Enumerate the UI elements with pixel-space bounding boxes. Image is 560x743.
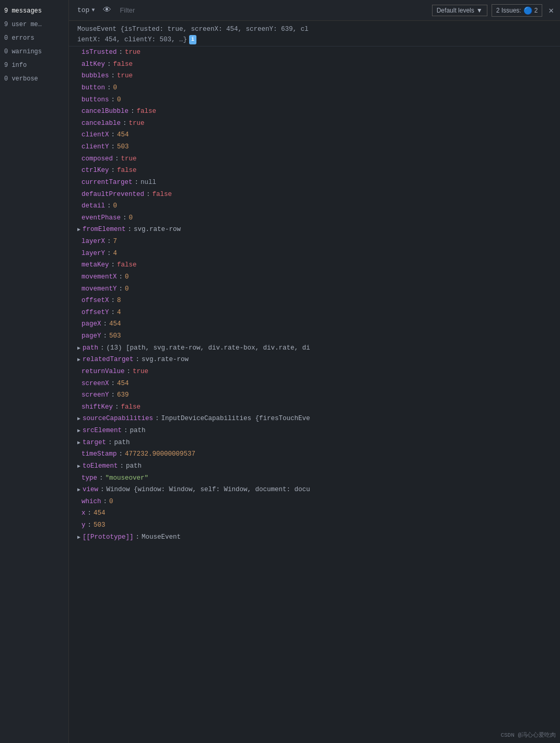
expandable-prop-line[interactable]: ▶sourceCapabilities:InputDeviceCapabilit… <box>69 413 560 425</box>
expandable-prop-line[interactable]: ▶toElement:path <box>69 460 560 472</box>
prop-line: composed:true <box>69 153 560 165</box>
prop-line: bubbles:true <box>69 70 560 82</box>
expand-triangle: ▶ <box>77 427 80 436</box>
prop-line: movementY:0 <box>69 283 560 295</box>
prop-line: screenY:639 <box>69 389 560 401</box>
properties-container: isTrusted:truealtKey:falsebubbles:truebu… <box>69 47 560 543</box>
header-text-2: ientX: 454, clientY: 503, …} <box>77 34 187 45</box>
issues-button[interactable]: 2 Issues: 🔵 2 <box>492 4 543 17</box>
sidebar-item-errors[interactable]: 0 errors <box>0 31 68 45</box>
filter-input[interactable] <box>115 6 431 14</box>
prop-line: eventPhase:0 <box>69 212 560 224</box>
sidebar-item-user-messages[interactable]: 9 user me… <box>0 18 68 31</box>
prop-line: layerY:4 <box>69 248 560 260</box>
close-button[interactable]: ✕ <box>546 5 556 16</box>
sidebar-item-info[interactable]: 9 info <box>0 59 68 72</box>
prop-line: offsetY:4 <box>69 307 560 319</box>
watermark: CSDN @冯心心爱吃肉 <box>500 731 556 739</box>
expandable-prop-line[interactable]: ▶path:(13) [path, svg.rate-row, div.rate… <box>69 342 560 354</box>
prop-line: metaKey:false <box>69 259 560 271</box>
prop-line: timeStamp:477232.90000009537 <box>69 448 560 460</box>
prop-line: isTrusted:true <box>69 47 560 59</box>
context-label: top <box>77 6 89 14</box>
prop-line: which:0 <box>69 496 560 508</box>
expandable-prop-line[interactable]: ▶view:Window {window: Window, self: Wind… <box>69 484 560 496</box>
prop-line: cancelBubble:false <box>69 106 560 118</box>
expand-triangle: ▶ <box>77 462 80 471</box>
prop-line: movementX:0 <box>69 271 560 283</box>
prop-line: returnValue:true <box>69 366 560 378</box>
prop-line: offsetX:8 <box>69 295 560 307</box>
prop-line: altKey:false <box>69 59 560 71</box>
context-dropdown-arrow: ▼ <box>91 7 95 13</box>
prop-line: shiftKey:false <box>69 401 560 413</box>
prop-line: pageY:503 <box>69 330 560 342</box>
expandable-prop-line[interactable]: ▶srcElement:path <box>69 425 560 437</box>
prop-line: defaultPrevented:false <box>69 189 560 201</box>
prop-line: clientY:503 <box>69 141 560 153</box>
expandable-prop-line[interactable]: ▶target:path <box>69 437 560 449</box>
topbar: top ▼ 👁 Default levels ▼ 2 Issues: 🔵 2 ✕ <box>69 0 560 21</box>
expandable-prop-line[interactable]: ▶[[Prototype]]:MouseEvent <box>69 531 560 543</box>
info-badge: i <box>189 35 196 44</box>
prop-line: clientX:454 <box>69 129 560 141</box>
main-area: top ▼ 👁 Default levels ▼ 2 Issues: 🔵 2 ✕… <box>69 0 560 743</box>
prop-line: button:0 <box>69 82 560 94</box>
levels-dropdown-arrow: ▼ <box>476 7 483 14</box>
prop-line: pageX:454 <box>69 318 560 330</box>
expand-triangle: ▶ <box>77 533 80 542</box>
prop-line: ctrlKey:false <box>69 165 560 177</box>
prop-line: type:"mouseover" <box>69 472 560 484</box>
prop-line: currentTarget:null <box>69 177 560 189</box>
expandable-prop-line[interactable]: ▶fromElement:svg.rate-row <box>69 224 560 236</box>
prop-line: x:454 <box>69 507 560 519</box>
sidebar-item-messages[interactable]: 9 messages <box>0 4 68 18</box>
expand-triangle: ▶ <box>77 344 80 353</box>
sidebar: 9 messages 9 user me… 0 errors 0 warning… <box>0 0 69 743</box>
eye-icon[interactable]: 👁 <box>99 5 115 15</box>
console-content: MouseEvent {isTrusted: true, screenX: 45… <box>69 21 560 743</box>
expand-triangle: ▶ <box>77 486 80 495</box>
prop-line: buttons:0 <box>69 94 560 106</box>
topbar-right: Default levels ▼ 2 Issues: 🔵 2 ✕ <box>432 4 556 17</box>
context-selector[interactable]: top ▼ <box>73 6 99 14</box>
prop-line: detail:0 <box>69 200 560 212</box>
sidebar-item-warnings[interactable]: 0 warnings <box>0 45 68 59</box>
expandable-prop-line[interactable]: ▶relatedTarget:svg.rate-row <box>69 354 560 366</box>
log-entry-header: MouseEvent {isTrusted: true, screenX: 45… <box>69 23 560 47</box>
prop-line: cancelable:true <box>69 118 560 130</box>
default-levels-button[interactable]: Default levels ▼ <box>432 5 487 16</box>
prop-line: layerX:7 <box>69 236 560 248</box>
header-text-1: MouseEvent {isTrusted: true, screenX: 45… <box>77 26 309 33</box>
expand-triangle: ▶ <box>77 439 80 448</box>
expand-triangle: ▶ <box>77 415 80 424</box>
expand-triangle: ▶ <box>77 356 80 365</box>
sidebar-item-verbose[interactable]: 0 verbose <box>0 72 68 86</box>
expand-triangle: ▶ <box>77 226 80 235</box>
prop-line: y:503 <box>69 519 560 531</box>
prop-line: screenX:454 <box>69 378 560 390</box>
issues-icon: 🔵 <box>523 6 532 15</box>
